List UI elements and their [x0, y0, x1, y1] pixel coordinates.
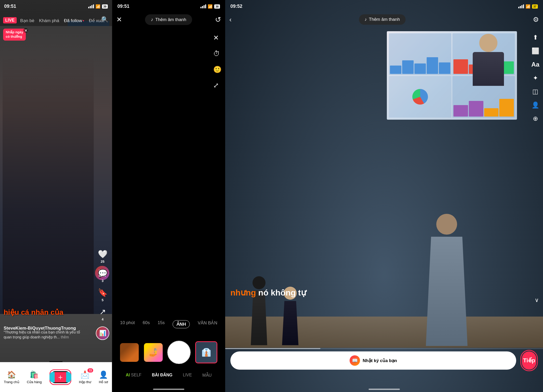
panel2-status-bar: 09:51 📶 38 — [112, 4, 225, 9]
panel3-signal-icon — [518, 4, 524, 8]
panel3-header: ‹ ♪ Thêm âm thanh ⚙ — [225, 14, 543, 25]
add-sound-label: Thêm âm thanh — [155, 17, 186, 22]
caption-orange-text: nhưng — [230, 288, 256, 297]
tab-template[interactable]: MẪU — [202, 373, 212, 378]
main-person-head — [436, 214, 457, 235]
plus-icon: ＋ — [57, 372, 64, 382]
back-button[interactable]: ‹ — [229, 16, 232, 24]
signal-icon — [88, 4, 94, 8]
chevron-down-icon[interactable]: ∨ — [535, 297, 539, 304]
promo-badge[interactable]: Nhấp ngày có thưởng — [3, 29, 26, 41]
status-icons: 📶 39 — [88, 4, 108, 9]
tab-ai-self[interactable]: AI SELF — [126, 373, 141, 378]
tab-post[interactable]: BÀI ĐĂNG — [152, 373, 172, 378]
inbox-nav-label: Hộp thư — [79, 380, 91, 384]
tab-live[interactable]: LIVE — [183, 373, 192, 378]
text-tool[interactable]: Aa — [531, 61, 539, 68]
more-link[interactable]: thêm — [61, 335, 69, 339]
audience-figures — [246, 266, 311, 344]
person-tool-icon: 👤 — [532, 101, 539, 109]
profile-nav-item[interactable]: 👤 Hồ sơ — [99, 370, 108, 384]
panel2-signal-icon — [200, 4, 206, 8]
pie-chart — [389, 76, 451, 118]
bookmark-icon: 🔖 — [98, 288, 108, 297]
wifi-icon: 📶 — [96, 4, 100, 9]
live-badge[interactable]: LIVE — [3, 17, 17, 23]
selected-photo-thumbnail[interactable]: 👔 — [195, 341, 217, 363]
shop-nav-item[interactable]: 🛍️ Cửa hàng — [27, 370, 42, 384]
add-tool[interactable]: ⊕ — [531, 115, 539, 122]
chart-1 — [389, 33, 451, 75]
share-tool[interactable]: ⬆ — [531, 34, 539, 41]
search-icon[interactable]: 🔍 — [101, 16, 108, 23]
create-button[interactable]: ＋ — [51, 371, 70, 383]
panel3-gesture-bar — [369, 389, 400, 390]
nav-tab-follow[interactable]: Đã follow — [64, 18, 84, 23]
text-tool-icon: Aa — [531, 61, 539, 68]
nav-tabs: Bạn bè Khám phá Đã follow Đề xuất — [20, 18, 105, 23]
panel3-add-sound-button[interactable]: ♪ Thêm âm thanh — [359, 14, 406, 25]
add-sound-button[interactable]: ♪ Thêm âm thanh — [145, 14, 192, 25]
timeline-scroll[interactable] — [225, 348, 543, 349]
close-button[interactable]: ✕ — [116, 16, 122, 24]
panel3-music-icon: ♪ — [365, 17, 367, 22]
nav-tab-explore[interactable]: Khám phá — [39, 18, 59, 23]
flash-icon[interactable]: ✕ — [213, 34, 222, 42]
person-outline-icon[interactable]: 🙂 — [213, 66, 222, 74]
mode-text[interactable]: VĂN BẢN — [198, 320, 217, 328]
camera-mode-tabs: 10 phút 60s 15s ẢNH VĂN BẢN — [112, 320, 225, 328]
nav-tab-friends[interactable]: Bạn bè — [20, 18, 34, 23]
video-description: "Thương hiệu cá nhân của bạn chính là yế… — [4, 330, 89, 340]
next-button-wrapper[interactable]: Tiếp — [520, 350, 538, 371]
create-nav-item[interactable]: ＋ — [49, 369, 71, 385]
like-button[interactable]: 🤍 25 — [98, 249, 108, 264]
bar — [469, 101, 483, 117]
profile-icon: 👤 — [99, 370, 108, 379]
bookmark-count: 5 — [102, 298, 103, 302]
selected-photo-preview: 👔 — [196, 342, 217, 363]
camera-tools: ✕ ⏱ 🙂 ⤢ — [213, 34, 222, 89]
frame-tool[interactable]: ⬜ — [531, 47, 539, 55]
home-nav-item[interactable]: 🏠 Trang chủ — [4, 370, 19, 384]
bookmark-button[interactable]: 🔖 5 — [98, 288, 108, 302]
inbox-nav-item[interactable]: 📩 Hộp thư 72 — [79, 370, 91, 384]
promo-line1: Nhấp ngày — [6, 30, 23, 34]
panel3-add-sound-label: Thêm âm thanh — [369, 17, 400, 22]
comment-button[interactable]: 💬 3 — [98, 269, 108, 283]
capture-button[interactable] — [168, 341, 190, 363]
panel1-feed: "IMARYLEADERSHEPENTS,ANDPERSONALSTYL... … — [0, 0, 112, 392]
close-promo-button[interactable]: ✕ — [23, 28, 28, 33]
inbox-badge: 72 — [87, 368, 93, 372]
create-button-outline[interactable]: ＋ — [49, 369, 71, 385]
sticker-tool[interactable]: ✦ — [531, 74, 539, 82]
panel2-battery: 38 — [214, 4, 220, 9]
share-icon: ↗ — [99, 307, 106, 316]
share-button[interactable]: ↗ 4 — [99, 307, 106, 321]
creator-avatar-small[interactable]: 📊 — [96, 326, 109, 340]
content-type-tabs: AI SELF BÀI ĐĂNG LIVE MẪU — [112, 373, 225, 378]
panel2-gesture-bar — [153, 389, 184, 390]
person-tool[interactable]: 👤 — [531, 101, 539, 109]
mode-60s[interactable]: 60s — [143, 320, 150, 328]
pie-chart-circle — [412, 89, 428, 105]
refresh-icon[interactable]: ↺ — [215, 15, 221, 24]
timer-icon[interactable]: ⏱ — [213, 50, 222, 58]
mode-15s[interactable]: 15s — [157, 320, 165, 328]
settings-icon[interactable]: ⚙ — [533, 16, 539, 24]
template-tool[interactable]: ◫ — [531, 88, 539, 95]
mode-photo[interactable]: ẢNH — [173, 320, 190, 328]
home-nav-label: Trang chủ — [4, 380, 19, 384]
share-count: 4 — [102, 317, 103, 321]
gallery-thumb-2[interactable]: 🤳 — [144, 343, 163, 362]
gallery-thumb-1[interactable] — [120, 343, 139, 362]
bar-chart-3 — [453, 96, 514, 117]
mode-10min[interactable]: 10 phút — [120, 320, 135, 328]
heart-icon: 🤍 — [98, 249, 108, 259]
next-button[interactable]: Tiếp — [522, 351, 536, 370]
diary-button[interactable]: 📖 Nhật ký của bạn — [230, 351, 516, 370]
expand-icon[interactable]: ⤢ — [213, 81, 222, 89]
status-time: 09:51 — [4, 4, 16, 9]
battery-indicator: 39 — [102, 4, 108, 9]
profile-nav-label: Hồ sơ — [99, 380, 108, 384]
presenter-body — [473, 52, 504, 86]
